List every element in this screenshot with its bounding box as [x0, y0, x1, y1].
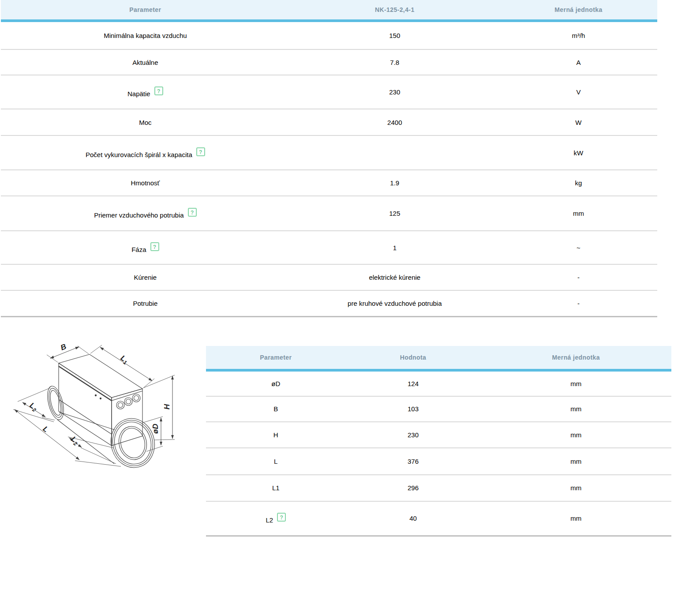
param-cell: B — [206, 396, 346, 422]
heater-body — [45, 354, 160, 472]
param-cell: Potrubie — [1, 290, 290, 316]
column-header-parameter: Parameter — [206, 346, 346, 370]
terminal-knobs — [116, 394, 140, 409]
table-row: Potrubie pre kruhové vzduchové potrubia … — [1, 290, 657, 316]
table-row: H 230 mm — [206, 422, 671, 448]
unit-cell: kW — [500, 135, 657, 170]
table-row: Napätie? 230 V — [1, 75, 657, 109]
spec-table: Parameter NK-125-2,4-1 Merná jednotka Mi… — [1, 0, 657, 317]
column-header-value: Hodnota — [346, 346, 481, 370]
value-cell: 1.9 — [290, 170, 500, 196]
table-row: øD 124 mm — [206, 370, 671, 396]
dim-label-l2-upper: L2 — [27, 401, 39, 413]
unit-cell: - — [500, 264, 657, 290]
unit-cell: m³/h — [500, 21, 657, 49]
unit-cell: mm — [480, 370, 671, 396]
unit-cell: W — [500, 109, 657, 135]
param-cell: L — [206, 448, 346, 475]
table-row: B 103 mm — [206, 396, 671, 422]
value-cell — [290, 135, 500, 170]
table-row: L1 296 mm — [206, 475, 671, 501]
value-cell: pre kruhové vzduchové potrubia — [290, 290, 500, 316]
column-header-model: NK-125-2,4-1 — [290, 0, 500, 21]
help-icon[interactable]: ? — [154, 86, 163, 95]
unit-cell: V — [500, 75, 657, 109]
value-cell: elektrické kúrenie — [290, 264, 500, 290]
value-cell: 296 — [346, 475, 481, 501]
product-dimension-drawing: B L1 H øD L2 L L2 — [4, 335, 203, 485]
value-cell: 40 — [346, 501, 481, 536]
param-cell: L1 — [206, 475, 346, 501]
dim-label-l: L — [41, 424, 50, 434]
dim-label-h: H — [163, 404, 171, 409]
table-row: Hmotnosť 1.9 kg — [1, 170, 657, 196]
unit-cell: kg — [500, 170, 657, 196]
value-cell: 125 — [290, 196, 500, 231]
param-cell: Aktuálne — [1, 49, 290, 75]
param-cell: Hmotnosť — [1, 170, 290, 196]
unit-cell: mm — [500, 196, 657, 231]
table-row: Počet vykurovacích špirál x kapacita? kW — [1, 135, 657, 170]
spec-header-row: Parameter NK-125-2,4-1 Merná jednotka — [1, 0, 657, 21]
column-header-unit: Merná jednotka — [500, 0, 657, 21]
param-cell: øD — [206, 370, 346, 396]
value-cell: 230 — [346, 422, 481, 448]
value-cell: 376 — [346, 448, 481, 475]
unit-cell: mm — [480, 448, 671, 475]
param-cell: Fáza? — [1, 231, 290, 264]
param-cell: Moc — [1, 109, 290, 135]
unit-cell: mm — [480, 501, 671, 536]
help-icon[interactable]: ? — [188, 208, 197, 217]
param-cell: Napätie? — [1, 75, 290, 109]
unit-cell: mm — [480, 422, 671, 448]
value-cell: 150 — [290, 21, 500, 49]
param-cell: L2? — [206, 501, 346, 536]
table-row: Priemer vzduchového potrubia? 125 mm — [1, 196, 657, 231]
unit-cell: mm — [480, 396, 671, 422]
table-row: L 376 mm — [206, 448, 671, 475]
param-cell: Počet vykurovacích špirál x kapacita? — [1, 135, 290, 170]
dim-label-b: B — [60, 342, 67, 352]
table-row: L2? 40 mm — [206, 501, 671, 536]
param-cell: H — [206, 422, 346, 448]
param-cell: Priemer vzduchového potrubia? — [1, 196, 290, 231]
unit-cell: ~ — [500, 231, 657, 264]
value-cell: 103 — [346, 396, 481, 422]
help-icon[interactable]: ? — [150, 242, 159, 251]
column-header-parameter: Parameter — [1, 0, 290, 21]
dimensions-section: B L1 H øD L2 L L2 Parameter Hodnota Mern… — [0, 335, 674, 600]
table-row: Aktuálne 7.8 A — [1, 49, 657, 75]
table-row: Fáza? 1 ~ — [1, 231, 657, 264]
dim-label-l1: L1 — [118, 353, 130, 366]
help-icon[interactable]: ? — [196, 147, 205, 156]
column-header-unit: Merná jednotka — [480, 346, 671, 370]
dim-label-od: øD — [151, 424, 160, 434]
dimensions-table: Parameter Hodnota Merná jednotka øD 124 … — [206, 346, 671, 537]
table-row: Minimálna kapacita vzduchu 150 m³/h — [1, 21, 657, 49]
value-cell: 124 — [346, 370, 481, 396]
value-cell: 2400 — [290, 109, 500, 135]
param-cell: Minimálna kapacita vzduchu — [1, 21, 290, 49]
value-cell: 230 — [290, 75, 500, 109]
dims-header-row: Parameter Hodnota Merná jednotka — [206, 346, 671, 370]
unit-cell: A — [500, 49, 657, 75]
help-icon[interactable]: ? — [277, 513, 286, 522]
dimension-lines — [15, 347, 172, 460]
table-row: Moc 2400 W — [1, 109, 657, 135]
value-cell: 1 — [290, 231, 500, 264]
unit-cell: mm — [480, 475, 671, 501]
param-cell: Kúrenie — [1, 264, 290, 290]
table-row: Kúrenie elektrické kúrenie - — [1, 264, 657, 290]
value-cell: 7.8 — [290, 49, 500, 75]
unit-cell: - — [500, 290, 657, 316]
